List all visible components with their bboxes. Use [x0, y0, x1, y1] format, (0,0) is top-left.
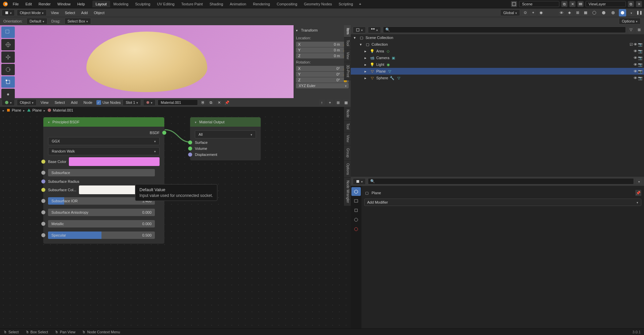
viewport-menu-object[interactable]: Object [92, 10, 106, 16]
node-menu-add[interactable]: Add [69, 99, 80, 106]
workspace-layout[interactable]: Layout [92, 1, 110, 7]
eye-icon[interactable]: 👁 [634, 56, 637, 60]
disclosure-icon[interactable]: ▸ [363, 55, 368, 60]
props-search[interactable]: 🔍 [368, 178, 634, 184]
breadcrumb-mesh[interactable]: Plane [27, 108, 42, 112]
outliner-filter-icon[interactable]: ▽ [628, 27, 634, 33]
node-editor-type-dropdown[interactable] [2, 99, 15, 106]
workspace-sculpting[interactable]: Sculpting [132, 1, 154, 7]
rotation-y[interactable]: Y0°🔓 [296, 72, 349, 77]
props-tab-output[interactable] [351, 206, 361, 215]
camera-icon[interactable]: 📷 [638, 62, 643, 67]
outliner-scene-collection[interactable]: ▾ ▢ Scene Collection [351, 34, 644, 41]
viewlayer-browse-icon[interactable] [577, 1, 584, 7]
pause-render-icon[interactable]: ❚❚ [636, 10, 642, 16]
material-pin-icon[interactable]: 📌 [224, 99, 230, 106]
rotation-x[interactable]: X0°🔓 [296, 66, 349, 71]
disclosure-icon[interactable]: ▸ [363, 75, 368, 81]
shade-solid[interactable] [600, 9, 607, 16]
tool-rotate[interactable] [1, 64, 15, 75]
subsurface-color-socket[interactable] [41, 188, 45, 192]
node-menu-view[interactable]: View [39, 99, 51, 106]
tool-transform[interactable] [1, 89, 15, 100]
workspace-uv-editing[interactable]: UV Editing [154, 1, 178, 7]
data-icon[interactable]: ▽ [387, 69, 392, 74]
viewport-3d-canvas[interactable] [0, 25, 294, 98]
workspace-add-button[interactable]: + [356, 1, 364, 7]
menu-render[interactable]: Render [36, 1, 53, 7]
disclosure-icon[interactable]: ▸ [363, 62, 368, 67]
material-shield-icon[interactable]: ⛨ [200, 99, 206, 106]
data-icon[interactable]: ▣ [391, 55, 396, 60]
scene-browse-icon[interactable] [511, 1, 517, 7]
props-tab-scene[interactable] [351, 215, 361, 224]
material-copy-icon[interactable]: ⧉ [208, 99, 214, 106]
workspace-compositing[interactable]: Compositing [273, 1, 301, 7]
tool-scale[interactable] [1, 76, 15, 88]
workspace-modeling[interactable]: Modeling [110, 1, 132, 7]
bsdf-output-socket[interactable] [162, 131, 166, 135]
node-sss-dropdown[interactable]: Random Walk [48, 147, 160, 155]
location-y[interactable]: Y0 m🔓 [296, 47, 349, 53]
camera-icon[interactable]: 📷 [638, 56, 643, 60]
viewlayer-delete-icon[interactable]: ✕ [636, 1, 642, 7]
eye-icon[interactable]: 👁 [634, 42, 637, 47]
editor-type-dropdown[interactable] [2, 9, 15, 16]
scene-copy-icon[interactable]: ⧉ [561, 1, 567, 7]
node-snap-icon[interactable]: ⌖ [327, 99, 333, 106]
viewport-menu-view[interactable]: View [49, 10, 61, 16]
outliner-collection[interactable]: ▾ ▢ Collection ☑👁📷 [351, 41, 644, 48]
data-icon[interactable]: ◉ [386, 62, 391, 67]
displacement-input-socket[interactable] [188, 153, 192, 157]
node-side-tab-group[interactable]: Group [344, 145, 351, 161]
disclosure-icon[interactable]: ▾ [358, 42, 363, 47]
props-tab-modifier[interactable] [351, 187, 361, 196]
camera-icon[interactable]: 📷 [638, 69, 643, 74]
eye-icon[interactable]: 👁 [634, 49, 637, 53]
scene-name-field[interactable]: Scene [519, 1, 559, 7]
workspace-scripting[interactable]: Scripting [335, 1, 356, 7]
outliner-item-area[interactable]: ▸ 💡 Area ◇ 👁📷 [351, 48, 644, 54]
side-tab-view[interactable]: View [344, 49, 351, 62]
node-side-tab-node[interactable]: Node [344, 107, 351, 121]
subsurface-radius-socket[interactable] [41, 179, 45, 183]
subsurface-slider[interactable]: Subsurface [48, 169, 155, 176]
workspace-shading[interactable]: Shading [206, 1, 226, 7]
specular-socket[interactable] [41, 233, 45, 237]
object-mode-dropdown[interactable]: Object Mode [17, 9, 47, 16]
camera-icon[interactable]: 📷 [638, 42, 643, 47]
disclosure-icon[interactable]: ▸ [363, 48, 368, 54]
workspace-geometry-nodes[interactable]: Geometry Nodes [301, 1, 335, 7]
visibility-icon[interactable]: 👁 [558, 10, 564, 16]
metallic-slider[interactable]: Metallic0.000 [48, 220, 155, 227]
eye-icon[interactable]: 👁 [634, 62, 637, 67]
add-modifier-dropdown[interactable]: Add Modifier [364, 199, 641, 206]
xray-icon[interactable]: ▦ [583, 10, 589, 16]
transform-orientation-dropdown[interactable]: Global [500, 9, 520, 16]
location-z[interactable]: Z0 m🔓 [296, 53, 349, 58]
node-menu-select[interactable]: Select [52, 99, 67, 106]
side-tab-tool[interactable]: Tool [344, 37, 351, 49]
gizmo-icon[interactable]: ◈ [566, 10, 572, 16]
props-pin-icon[interactable]: 📌 [635, 190, 641, 196]
rotation-mode-dropdown[interactable]: XYZ Euler [296, 83, 349, 88]
outliner-item-light[interactable]: ▸ 💡 Light ◉ 👁📷 [351, 61, 644, 68]
outliner-item-plane[interactable]: ▸ ▽ Plane ▽ 👁📷 [351, 68, 644, 75]
volume-input-socket[interactable] [188, 146, 192, 151]
pivot-icon[interactable]: ⊙ [522, 10, 528, 16]
node-ggx-dropdown[interactable]: GGX [48, 137, 160, 145]
node-backdrop-icon[interactable]: ▦ [343, 99, 349, 106]
eye-icon[interactable]: 👁 [634, 76, 637, 80]
breadcrumb-object[interactable]: Plane [6, 108, 21, 112]
overlays-icon[interactable]: ⊞ [574, 10, 581, 16]
viewport-menu-select[interactable]: Select [63, 10, 77, 16]
specular-slider[interactable]: Specular0.500 [48, 232, 155, 239]
workspace-rendering[interactable]: Rendering [250, 1, 273, 7]
breadcrumb-material[interactable]: Material.001 [47, 108, 73, 112]
modifier-icon[interactable]: 🔧 [389, 75, 395, 81]
menu-file[interactable]: File [10, 1, 22, 7]
slot-dropdown[interactable]: Slot 1 [123, 99, 141, 106]
props-options-icon[interactable] [636, 178, 642, 184]
disclosure-icon[interactable]: ▸ [363, 69, 368, 74]
subsurface-socket[interactable] [41, 171, 45, 175]
